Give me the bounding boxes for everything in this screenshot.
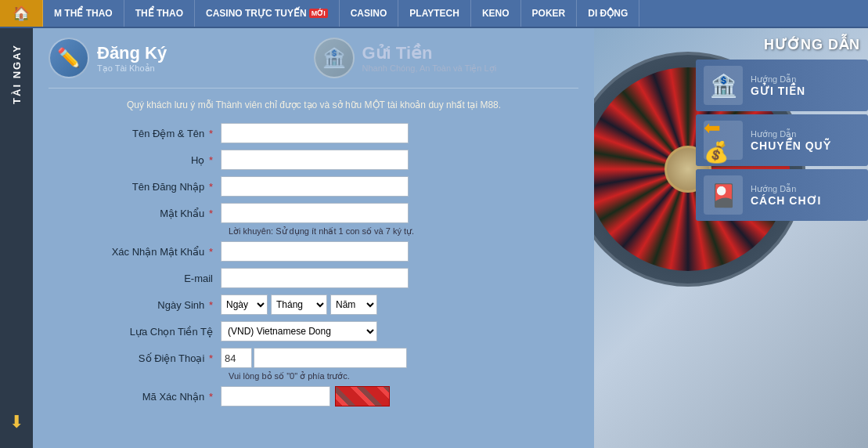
input-xac-nhan-mat-khau[interactable]	[221, 241, 409, 262]
download-icon[interactable]: ⬇	[9, 412, 23, 432]
nav-casino[interactable]: CASINO	[340, 0, 399, 27]
label-mat-khau: Mật Khẩu *	[49, 208, 221, 219]
input-ten-dem-ten[interactable]	[221, 123, 409, 143]
guide-section: HƯỚNG DẪN 🏦 Hướng Dẫn GỬI TIỀN ⬅💰 Hướng …	[696, 36, 868, 224]
left-sidebar: TÀI NGAY ⬇	[0, 28, 33, 448]
select-day[interactable]: Ngày123456789101112131415161718192021222…	[221, 294, 268, 315]
gui-tien-main: GỬI TIỀN	[751, 85, 860, 97]
nav-casino-truc-tuyen[interactable]: CASINO TRỰC TUYẾN MỚI	[195, 0, 340, 27]
guide-card-chuyen-quy[interactable]: ⬅💰 Hướng Dẫn CHUYỂN QUỸ	[696, 114, 868, 166]
field-row-xac-nhan-mat-khau: Xác Nhận Mật Khẩu *	[49, 241, 578, 262]
nav-m-the-thao[interactable]: m THỂ THAO	[43, 0, 124, 27]
required-star: *	[209, 128, 213, 139]
guide-title: HƯỚNG DẪN	[696, 36, 868, 53]
captcha-input[interactable]	[221, 386, 330, 406]
right-area: HƯỚNG DẪN 🏦 Hướng Dẫn GỬI TIỀN ⬅💰 Hướng …	[594, 28, 868, 448]
register-subtitle: Tạo Tài Khoản	[97, 63, 167, 74]
cach-choi-sub: Hướng Dẫn	[751, 184, 860, 194]
header-deposit: 🏦 Gửi Tiền Nhanh Chóng, An Toàn và Tiện …	[314, 38, 579, 78]
password-hint: Lời khuyên: Sử dụng ít nhất 1 con số và …	[229, 226, 578, 237]
field-row-captcha: Mã Xác Nhận *	[49, 386, 578, 406]
notice-text: Quý khách lưu ý mỗi Thành viên chỉ được …	[49, 89, 578, 120]
nav-playtech[interactable]: PLAYTECH	[398, 0, 471, 27]
label-email: E-mail	[49, 273, 221, 284]
label-ngay-sinh: Ngày Sinh *	[49, 299, 221, 311]
date-selects: Ngày123456789101112131415161718192021222…	[221, 294, 377, 315]
sidebar-text: TÀI NGAY	[11, 44, 23, 104]
chuyen-quy-icon: ⬅💰	[704, 121, 743, 160]
field-row-tien-te: Lựa Chọn Tiền Tệ (VND) Vietnamese Dong	[49, 321, 578, 341]
guide-card-cach-choi[interactable]: 🎴 Hướng Dẫn CÁCH CHƠI	[696, 169, 868, 221]
header-register: ✏️ Đăng Ký Tạo Tài Khoản	[49, 38, 314, 78]
deposit-title: Gửi Tiền	[362, 43, 497, 63]
register-title: Đăng Ký	[97, 43, 167, 63]
label-ten-dang-nhap: Tên Đăng Nhập *	[49, 181, 221, 193]
field-row-ten-dang-nhap: Tên Đăng Nhập *	[49, 176, 578, 197]
guide-card-gui-tien[interactable]: 🏦 Hướng Dẫn GỬI TIỀN	[696, 60, 868, 111]
field-row-mat-khau: Mật Khẩu *	[49, 203, 578, 223]
select-currency[interactable]: (VND) Vietnamese Dong	[221, 321, 377, 341]
header-section: ✏️ Đăng Ký Tạo Tài Khoản 🏦 Gửi Tiền Nhan…	[49, 28, 578, 89]
nav-the-thao[interactable]: THỂ THAO	[124, 0, 195, 27]
deposit-subtitle: Nhanh Chóng, An Toàn và Tiện Lợi	[362, 63, 497, 74]
deposit-icon: 🏦	[314, 38, 355, 78]
field-row-ngay-sinh: Ngày Sinh * Ngày123456789101112131415161…	[49, 294, 578, 315]
field-row-phone: Số Điện Thoại *	[49, 348, 578, 368]
input-mat-khau[interactable]	[221, 203, 409, 223]
label-phone: Số Điện Thoại *	[49, 352, 221, 364]
label-tien-te: Lựa Chọn Tiền Tệ	[49, 326, 221, 338]
phone-prefix-input[interactable]	[221, 348, 252, 368]
label-xac-nhan-mat-khau: Xác Nhận Mật Khẩu *	[49, 246, 221, 258]
main-wrapper: TÀI NGAY ⬇ ✏️ Đăng Ký Tạo Tài Khoản 🏦 Gử…	[0, 28, 868, 448]
field-row-ho: Họ *	[49, 150, 578, 170]
chuyen-quy-sub: Hướng Dẫn	[751, 129, 860, 139]
input-email[interactable]	[221, 268, 409, 288]
phone-hint: Vui lòng bỏ số "0" ở phía trước.	[229, 371, 578, 381]
phone-number-input[interactable]	[254, 348, 407, 368]
gui-tien-sub: Hướng Dẫn	[751, 74, 860, 85]
captcha-image[interactable]	[335, 386, 390, 406]
input-ten-dang-nhap[interactable]	[221, 176, 409, 197]
cach-choi-icon: 🎴	[704, 175, 743, 215]
register-icon: ✏️	[49, 38, 89, 78]
nav-keno[interactable]: KENO	[471, 0, 521, 27]
label-ho: Họ *	[49, 154, 221, 166]
field-row-ten-dem-ten: Tên Đệm & Tên *	[49, 123, 578, 143]
registration-form: Tên Đệm & Tên * Họ * Tên Đăng Nhập *	[49, 123, 578, 406]
new-badge: MỚI	[309, 9, 328, 18]
cach-choi-main: CÁCH CHƠI	[751, 194, 860, 207]
select-year[interactable]: Năm1990199119921993199419951996199719981…	[330, 294, 377, 315]
home-icon: 🏠	[13, 5, 30, 22]
nav-home[interactable]: 🏠	[0, 0, 43, 27]
field-row-email: E-mail	[49, 268, 578, 288]
form-area: ✏️ Đăng Ký Tạo Tài Khoản 🏦 Gửi Tiền Nhan…	[33, 28, 594, 448]
chuyen-quy-main: CHUYỂN QUỸ	[751, 139, 860, 152]
label-ten-dem-ten: Tên Đệm & Tên *	[49, 128, 221, 139]
select-month[interactable]: Tháng123456789101112	[271, 294, 327, 315]
top-navigation: 🏠 m THỂ THAO THỂ THAO CASINO TRỰC TUYẾN …	[0, 0, 868, 28]
gui-tien-icon: 🏦	[704, 66, 743, 105]
label-captcha: Mã Xác Nhận *	[49, 391, 221, 403]
nav-di-dong[interactable]: DI ĐỘNG	[577, 0, 639, 27]
input-ho[interactable]	[221, 150, 409, 170]
nav-poker[interactable]: POKER	[521, 0, 578, 27]
